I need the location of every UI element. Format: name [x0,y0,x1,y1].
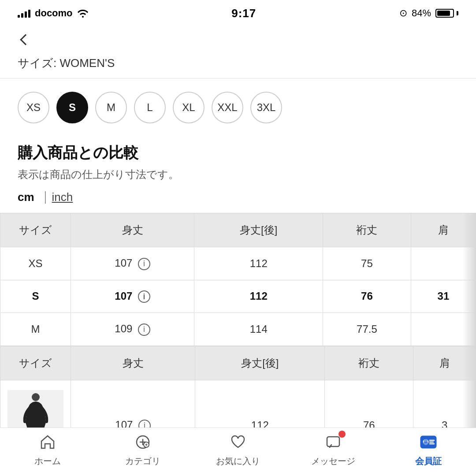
table-row-selected: S 107 i 112 76 31 [0,280,476,313]
nav-label-favorites: お気に入り [216,455,260,467]
nav-item-messages[interactable]: メッセージ [286,432,381,467]
cell-body-back-selected: 112 [194,280,323,313]
battery-icon [435,9,458,18]
svg-point-0 [32,393,40,401]
col-header-size-2: サイズ [0,346,71,380]
nav-item-home[interactable]: ホーム [0,432,95,467]
info-icon[interactable]: i [138,290,150,303]
time-display: 9:17 [231,7,256,20]
info-icon[interactable]: i [138,258,150,270]
unit-switcher: cm inch [0,190,476,213]
cell-body: 109 i [71,313,194,346]
nav-item-category[interactable]: カテゴリ [95,432,190,467]
membership-icon [419,432,438,452]
size-btn-xxl[interactable]: XXL [212,92,243,123]
cell-body-back: 112 [194,247,323,280]
size-btn-s[interactable]: S [56,92,88,123]
battery-area: ⊙ 84% [399,7,458,19]
signal-icon [18,9,30,18]
unit-cm[interactable]: cm [18,190,34,204]
cell-size: M [0,313,71,346]
col-header-body-back: 身丈[後] [194,213,323,247]
cell-size-selected: S [0,280,71,313]
home-icon [38,432,57,452]
nav-item-favorites[interactable]: お気に入り [190,432,286,467]
col-header-body: 身丈 [71,213,194,247]
carrier-name: docomo [35,7,73,19]
nav-item-membership[interactable]: 会員証 [381,432,476,467]
header [0,24,476,56]
cell-size: XS [0,247,71,280]
back-button[interactable] [16,30,35,49]
cell-shoulder [411,313,476,346]
status-bar: docomo 9:17 ⊙ 84% [0,0,476,24]
col-header-size: サイズ [0,213,71,247]
wifi-icon [77,9,89,18]
back-arrow-icon [20,34,31,45]
bottom-nav: ホーム カテゴリ お気に入り メッセー [0,428,476,476]
unit-inch[interactable]: inch [52,190,73,204]
battery-percent: 84% [412,7,431,19]
category-icon [133,432,152,452]
nav-label-messages: メッセージ [311,455,355,467]
col-header-sleeve: 裄丈 [323,213,411,247]
message-icon [324,432,343,452]
info-icon[interactable]: i [138,324,150,336]
heart-icon [228,432,248,452]
nav-label-category: カテゴリ [125,455,160,467]
cell-body-back: 114 [194,313,323,346]
unit-divider [45,191,46,204]
col-header-shoulder: 肩 [411,213,476,247]
carrier-info: docomo [18,7,89,19]
nav-label-home: ホーム [34,455,61,467]
size-table: サイズ 身丈 身丈[後] 裄丈 肩 XS 107 i 112 75 S [0,213,476,346]
size-label: サイズ: WOMEN'S [0,56,476,78]
cell-shoulder-selected: 31 [411,280,476,313]
cell-sleeve-selected: 76 [323,280,411,313]
cell-sleeve: 77.5 [323,313,411,346]
size-btn-3xl[interactable]: 3XL [250,92,282,123]
comparison-subtitle: 表示は商品の仕上がり寸法です。 [0,167,476,190]
table-row: M 109 i 114 77.5 [0,313,476,346]
size-btn-xs[interactable]: XS [18,92,49,123]
comparison-title: 購入商品との比較 [0,132,476,167]
col-header-body-back-2: 身丈[後] [195,346,325,380]
cell-body-selected: 107 i [71,280,194,313]
cell-sleeve: 75 [323,247,411,280]
lock-icon: ⊙ [399,7,407,19]
message-badge [338,431,346,438]
size-btn-xl[interactable]: XL [173,92,205,123]
size-selector: XS S M L XL XXL 3XL [0,78,476,132]
col-header-sleeve-2: 裄丈 [325,346,413,380]
col-header-shoulder-2: 肩 [413,346,476,380]
cell-shoulder [411,247,476,280]
cell-body: 107 i [71,247,194,280]
nav-label-membership: 会員証 [415,455,442,467]
col-header-body-2: 身丈 [71,346,195,380]
table-row: XS 107 i 112 75 [0,247,476,280]
svg-rect-3 [327,437,339,446]
size-btn-l[interactable]: L [134,92,166,123]
size-btn-m[interactable]: M [95,92,127,123]
